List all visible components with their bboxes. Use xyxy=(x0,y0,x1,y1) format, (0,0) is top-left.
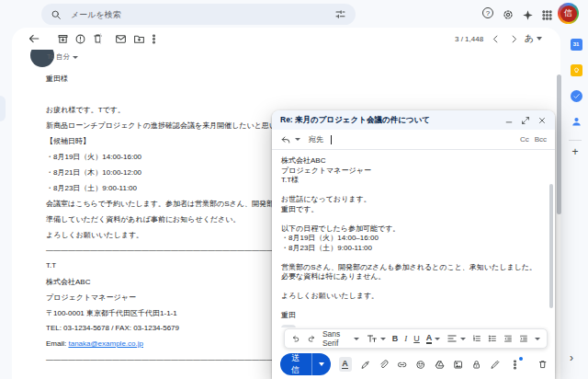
compose-body-line xyxy=(281,185,546,195)
side-panel-divider xyxy=(569,140,582,141)
avatar-initial: 信 xyxy=(560,6,577,22)
close-icon[interactable] xyxy=(537,116,547,125)
formatting-options-button[interactable]: A xyxy=(339,357,352,372)
to-label: To 自分 xyxy=(47,52,70,62)
insert-emoji-icon[interactable] xyxy=(415,359,425,371)
email-label: Email: xyxy=(46,339,68,348)
thread-toolbar: 3 / 1,448 あ xyxy=(12,28,560,50)
more-send-options-icon[interactable] xyxy=(509,359,521,371)
align-button[interactable] xyxy=(447,333,466,344)
numbered-list-icon[interactable] xyxy=(472,333,481,344)
font-size-selector[interactable] xyxy=(366,333,386,344)
gemini-sparkle-icon[interactable] xyxy=(520,7,535,22)
pagination-counter: 3 / 1,448 xyxy=(455,35,483,43)
font-family-selector[interactable]: Sans Serif xyxy=(322,329,359,348)
indent-decrease-icon[interactable] xyxy=(503,333,513,344)
move-to-folder-icon[interactable] xyxy=(131,31,146,46)
delete-trash-icon[interactable] xyxy=(90,31,105,46)
send-button[interactable]: 送信 xyxy=(280,353,331,375)
minimize-icon[interactable] xyxy=(504,116,514,125)
insert-drive-icon[interactable] xyxy=(435,359,445,371)
search-filter-icon[interactable] xyxy=(334,8,346,20)
compose-scrollbar[interactable] xyxy=(549,184,553,308)
tasks-icon[interactable] xyxy=(569,88,583,103)
search-bar[interactable] xyxy=(41,4,356,25)
compose-body-line: プロジェクトマネージャー xyxy=(281,166,546,176)
cc-button[interactable]: Cc xyxy=(520,135,529,144)
send-options-chevron-icon[interactable] xyxy=(312,362,331,366)
text-color-button[interactable]: A xyxy=(426,334,441,344)
search-input[interactable] xyxy=(69,9,327,20)
confidential-mode-icon[interactable] xyxy=(471,359,481,371)
bulleted-list-icon[interactable] xyxy=(488,333,497,344)
bold-button[interactable]: B xyxy=(392,334,399,343)
compose-body-editor[interactable]: 株式会社ABCプロジェクトマネージャーT.T様お世話になっております。重田です。… xyxy=(272,151,555,327)
email-address-link[interactable]: tanaka@example.co.jp xyxy=(68,339,143,348)
older-chevron-icon[interactable] xyxy=(506,31,521,46)
apps-grid-icon[interactable] xyxy=(539,7,554,22)
input-tools-button[interactable]: あ xyxy=(525,32,542,45)
bcc-button[interactable]: Bcc xyxy=(535,135,547,144)
insert-signature-icon[interactable] xyxy=(490,359,500,371)
compose-window: Re: 来月のプロジェクト会議の件について 宛先 Cc Bcc 株式会社ABCプ… xyxy=(272,110,555,379)
attach-file-icon[interactable] xyxy=(379,359,389,371)
top-bar: ? 信 xyxy=(0,0,588,28)
mark-unread-icon[interactable] xyxy=(113,31,128,46)
compose-body-line xyxy=(281,213,546,224)
compose-body-line xyxy=(281,281,546,292)
back-arrow-icon[interactable] xyxy=(27,31,41,46)
search-icon xyxy=(51,9,62,20)
formatting-toolbar: Sans Serif B I U A xyxy=(284,328,548,349)
compose-body-line: 営業部のSさん、開発部のZさんも参加されるとのこと、承知いたしました。 xyxy=(281,262,546,272)
undo-icon[interactable] xyxy=(291,333,300,344)
compose-recipients-row[interactable]: 宛先 Cc Bcc xyxy=(272,130,555,150)
text-color-label: A xyxy=(426,334,433,344)
compose-body-line: ・8月19日（火）14:00–16:00 xyxy=(281,233,546,243)
collapse-panel-icon[interactable]: › xyxy=(570,351,573,364)
keep-icon[interactable] xyxy=(569,63,583,77)
chevron-down-icon xyxy=(380,338,386,340)
email-body-line xyxy=(46,89,560,105)
text-cursor xyxy=(331,135,332,144)
contacts-icon[interactable] xyxy=(569,114,583,129)
show-trimmed-content-button[interactable]: ••• xyxy=(281,325,296,328)
align-left-icon xyxy=(447,333,458,344)
recipient-summary[interactable]: To 自分 xyxy=(47,52,78,62)
compose-body-lines: 株式会社ABCプロジェクトマネージャーT.T様お世話になっております。重田です。… xyxy=(281,155,546,320)
insert-link-icon[interactable] xyxy=(397,359,407,371)
compose-body-line: よろしくお願いいたします。 xyxy=(281,291,546,301)
newer-chevron-icon[interactable] xyxy=(488,31,503,46)
insert-photo-icon[interactable] xyxy=(453,359,463,371)
italic-button[interactable]: I xyxy=(404,334,407,343)
popout-icon[interactable] xyxy=(521,116,530,125)
discard-draft-icon[interactable] xyxy=(537,359,548,371)
settings-gear-icon[interactable] xyxy=(501,7,515,22)
report-spam-icon[interactable] xyxy=(73,31,87,46)
account-avatar[interactable]: 信 xyxy=(558,3,579,24)
compose-body-line: 以下の日程でしたら参加可能です。 xyxy=(281,224,546,234)
compose-title-bar[interactable]: Re: 来月のプロジェクト会議の件について xyxy=(272,110,555,130)
archive-icon[interactable] xyxy=(55,31,70,46)
chevron-down-icon xyxy=(73,56,78,59)
more-options-icon[interactable] xyxy=(146,31,161,46)
get-addons-button[interactable]: + xyxy=(569,145,582,158)
compose-body-line: 重田 xyxy=(281,310,546,320)
reply-type-chevron-icon[interactable] xyxy=(295,138,300,141)
underline-button[interactable]: U xyxy=(413,334,420,343)
side-panel: 31 + › xyxy=(562,28,588,379)
text-size-icon xyxy=(366,333,378,344)
calendar-icon[interactable]: 31 xyxy=(569,37,583,52)
compose-actions-bar: 送信 A xyxy=(280,352,548,376)
indent-increase-icon[interactable] xyxy=(519,333,528,344)
reply-arrow-icon[interactable] xyxy=(280,134,291,145)
compose-body-line: ・8月23日（土）9:00-11:00 xyxy=(281,243,546,253)
help-me-write-icon[interactable] xyxy=(360,359,370,371)
redo-icon[interactable] xyxy=(307,333,316,344)
more-formatting-chevron-icon[interactable] xyxy=(535,338,540,340)
main-scrollbar[interactable] xyxy=(557,75,561,214)
chevron-down-icon xyxy=(354,338,359,340)
compose-body-line: 重田です。 xyxy=(281,204,546,214)
chevron-down-icon xyxy=(537,37,542,40)
tasks-tile xyxy=(571,90,582,102)
help-icon[interactable]: ? xyxy=(482,7,493,18)
